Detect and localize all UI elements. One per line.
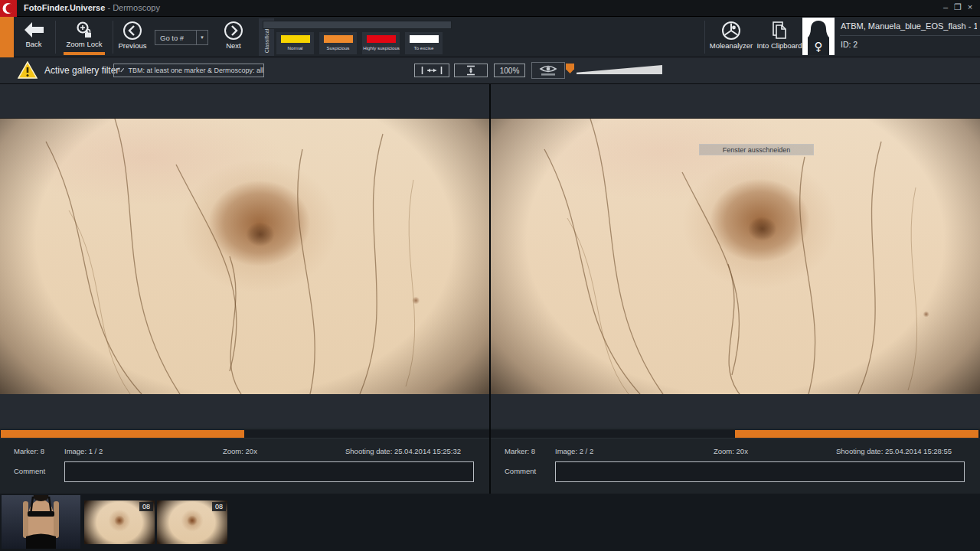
patient-id: ID: 2 <box>841 40 858 49</box>
image-panel-right: Fenster ausschneiden Marker: 8 Image: 2 … <box>491 84 980 494</box>
zoom-lock-label: Zoom Lock <box>57 40 111 48</box>
moleanalyzer-label: Moleanalyzer <box>707 41 755 50</box>
body-overview-thumbnail[interactable] <box>2 495 80 549</box>
image-panel-left: Marker: 8 Image: 1 / 2 Zoom: 20x Shootin… <box>0 84 489 494</box>
to-excise-color-swatch <box>410 35 439 43</box>
panel-bottom-strip <box>0 394 489 428</box>
pen-size-slider[interactable] <box>577 65 662 74</box>
window-title: FotoFinder.Universe - Dermoscopy <box>24 3 160 12</box>
filter-edit-icon <box>117 66 124 75</box>
fenster-ausschneiden-button[interactable]: Fenster ausschneiden <box>699 144 814 155</box>
comment-input[interactable] <box>64 461 474 482</box>
patient-name: ATBM, Manuela_blue_EOS_flash - 12.... <box>841 21 977 31</box>
into-clipboard-icon <box>770 21 789 41</box>
fit-width-icon <box>421 66 443 75</box>
filter-text: TBM: at least one marker & Dermoscopy: a… <box>128 67 263 74</box>
zoom-level-button[interactable]: 100% <box>494 64 525 77</box>
pen-pressure-slider-handle[interactable] <box>566 64 574 73</box>
patient-avatar[interactable]: ♀ <box>802 18 835 55</box>
zoom-factor: Zoom: 20x <box>714 447 748 455</box>
comment-label: Comment <box>505 467 536 475</box>
normal-color-swatch <box>281 35 310 43</box>
hair-overlay <box>0 119 489 394</box>
to-excise-label: To excise <box>406 45 442 51</box>
dermoscopy-image-1[interactable] <box>0 119 489 394</box>
classification-highly-suspicious-button[interactable]: Highly suspicious <box>361 31 400 55</box>
classification-strip <box>263 21 452 29</box>
chevron-down-icon: ▼ <box>196 31 207 44</box>
fit-width-button[interactable] <box>414 64 449 77</box>
dermoscopy-thumbnail-2[interactable]: 08 <box>157 500 227 544</box>
marker-badge: 08 <box>139 502 153 511</box>
patient-divider <box>840 35 980 36</box>
marker-count: Marker: 8 <box>14 447 44 455</box>
active-gallery-filter-label: Active gallery filter <box>44 65 119 76</box>
toolbar-separator <box>113 21 113 54</box>
goto-value: Go to # <box>155 34 196 42</box>
previous-label: Previous <box>114 41 151 50</box>
image-scrollbar-thumb[interactable] <box>735 430 978 438</box>
image-index: Image: 1 / 2 <box>64 447 103 455</box>
classification-suspicious-button[interactable]: Suspicious <box>318 31 358 55</box>
suspicious-color-swatch <box>324 35 353 43</box>
comment-label: Comment <box>14 467 45 475</box>
accent-strip <box>0 17 14 57</box>
zoom-factor: Zoom: 20x <box>223 447 257 455</box>
dermoscopy-thumbnail-1[interactable]: 08 <box>84 500 155 544</box>
next-label: Next <box>215 41 252 50</box>
zoom-lock-button[interactable]: Zoom Lock <box>57 18 111 56</box>
toolbar-separator <box>55 21 56 54</box>
zoom-lock-active-indicator <box>64 52 105 55</box>
into-clipboard-button[interactable]: Into Clipboard <box>756 18 802 56</box>
classification-normal-button[interactable]: Normal <box>276 31 315 55</box>
panel-bottom-strip <box>491 394 980 428</box>
fit-height-icon <box>466 65 475 76</box>
toolbar-separator <box>704 21 705 54</box>
main-toolbar: Back Zoom Lock Previous Go to # <box>0 17 980 57</box>
previous-button[interactable]: Previous <box>114 18 151 56</box>
eye-icon <box>538 64 558 77</box>
previous-icon <box>122 21 142 41</box>
close-button[interactable]: × <box>965 2 975 11</box>
back-button[interactable]: Back <box>14 18 54 56</box>
back-label: Back <box>14 40 54 48</box>
image-index: Image: 2 / 2 <box>555 447 593 455</box>
fit-height-button[interactable] <box>454 64 488 77</box>
comparison-viewer: Marker: 8 Image: 1 / 2 Zoom: 20x Shootin… <box>0 84 980 494</box>
next-icon <box>224 21 243 41</box>
svg-text:♀: ♀ <box>815 40 823 54</box>
image-scrollbar-track[interactable] <box>0 429 489 439</box>
filter-bar: Active gallery filter TBM: at least one … <box>0 57 980 84</box>
minimize-button[interactable]: – <box>940 2 951 11</box>
app-window: FotoFinder.Universe - Dermoscopy – ❐ × B… <box>0 0 980 551</box>
next-button[interactable]: Next <box>215 18 252 56</box>
moleanalyzer-icon <box>721 21 741 41</box>
image-scrollbar-thumb[interactable] <box>1 430 244 438</box>
marker-badge: 08 <box>212 502 226 511</box>
visibility-toggle-button[interactable] <box>531 62 565 79</box>
panel-top-strip <box>491 84 980 119</box>
normal-label: Normal <box>277 45 313 51</box>
comment-input[interactable] <box>555 461 965 482</box>
moleanalyzer-button[interactable]: Moleanalyzer <box>707 18 755 56</box>
panel-top-strip <box>0 84 489 119</box>
zoom-lock-icon <box>74 21 94 39</box>
classification-buttons: Normal Suspicious Highly suspicious To e… <box>276 31 443 55</box>
classification-to-excise-button[interactable]: To excise <box>404 31 443 55</box>
image-scrollbar-track[interactable] <box>491 429 980 439</box>
warning-icon <box>18 61 38 83</box>
dermoscopy-image-2[interactable]: Fenster ausschneiden <box>491 119 980 394</box>
goto-number-dropdown[interactable]: Go to # ▼ <box>155 30 208 45</box>
zoom-level-value: 100% <box>500 67 520 75</box>
shooting-date: Shooting date: 25.04.2014 15:25:32 <box>345 447 461 455</box>
thumbnail-bar: 08 08 <box>0 494 980 551</box>
restore-button[interactable]: ❐ <box>952 2 963 12</box>
into-clipboard-label: Into Clipboard <box>756 41 802 50</box>
gallery-filter-field[interactable]: TBM: at least one marker & Dermoscopy: a… <box>113 64 264 77</box>
highly-suspicious-label: Highly suspicious <box>363 45 399 51</box>
hair-overlay <box>491 119 980 394</box>
female-avatar-icon: ♀ <box>802 18 835 55</box>
highly-suspicious-color-swatch <box>367 35 396 43</box>
window-title-app: FotoFinder.Universe <box>24 3 105 12</box>
back-arrow-icon <box>22 21 45 39</box>
